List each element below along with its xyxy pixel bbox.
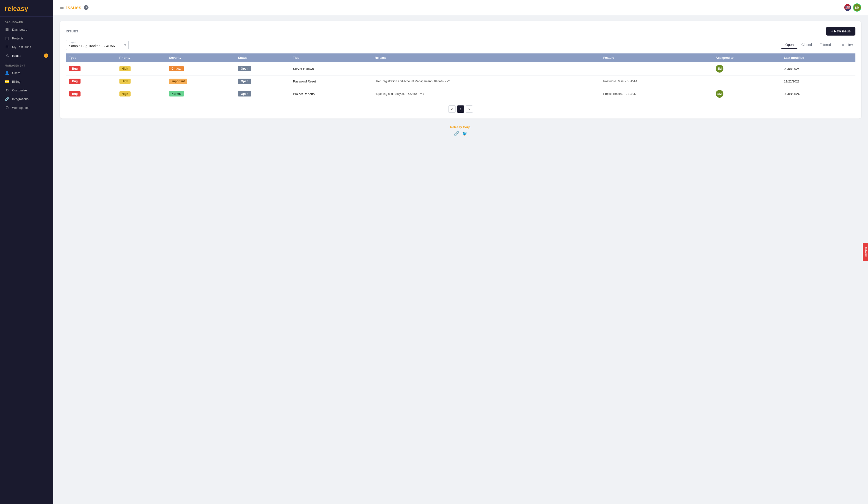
col-status: Status — [235, 53, 290, 62]
tutorial-tab[interactable]: Tutorial — [862, 243, 868, 261]
help-icon[interactable]: ? — [84, 5, 89, 10]
cell-severity: Important — [166, 76, 235, 87]
sidebar-item-label: Billing — [12, 80, 21, 83]
cell-title: Password Reset — [290, 76, 371, 87]
col-assigned-to: Assigned to — [712, 53, 781, 62]
cell-feature: Password Reset - 5B451A — [600, 76, 712, 87]
cell-priority: High — [116, 76, 166, 87]
header-right: 🇺🇸 SM — [844, 3, 861, 12]
cell-severity: Normal — [166, 87, 235, 101]
billing-icon: 💳 — [5, 79, 9, 84]
cell-feature: Project Reports - 9B110D — [600, 87, 712, 101]
footer-icons: 🔗 🐦 — [60, 131, 861, 136]
cell-last-modified: 03/08/2024 — [781, 62, 855, 76]
pagination-page-1[interactable]: 1 — [457, 105, 464, 113]
sidebar-item-label: Integrations — [12, 97, 29, 101]
project-label: Project — [69, 41, 76, 43]
cell-last-modified: 03/08/2024 — [781, 87, 855, 101]
sidebar-item-users[interactable]: 👤 Users — [0, 69, 53, 77]
hamburger-icon[interactable]: ☰ — [60, 5, 64, 10]
pagination-next[interactable]: > — [466, 105, 473, 113]
cell-release: Reporting and Analytics - 522366 - V.1 — [371, 87, 600, 101]
status-badge: Open — [238, 79, 251, 84]
cell-priority: High — [116, 62, 166, 76]
col-severity: Severity — [166, 53, 235, 62]
filter-button[interactable]: ≡ Filter — [840, 42, 855, 48]
issues-panel: ISSUES + New issue Project Sample Bug Tr… — [60, 21, 861, 119]
cell-release — [371, 62, 600, 76]
cell-last-modified: 11/22/2023 — [781, 76, 855, 87]
pagination: < 1 > — [66, 101, 855, 113]
sidebar-item-projects[interactable]: ◫ Projects — [0, 34, 53, 43]
sidebar-item-label: Workspaces — [12, 106, 29, 110]
avatar[interactable]: SM — [853, 3, 861, 12]
sidebar: releasy DASHBOARD ▦ Dashboard ◫ Projects… — [0, 0, 53, 504]
header: ☰ Issues ? 🇺🇸 SM — [53, 0, 868, 15]
sidebar-item-label: Dashboard — [12, 28, 28, 31]
page-title: Issues — [66, 5, 81, 10]
tab-open[interactable]: Open — [782, 41, 797, 49]
logo-text: releasy — [5, 5, 28, 12]
footer-twitter-icon[interactable]: 🐦 — [462, 131, 467, 136]
chevron-down-icon: ▾ — [124, 43, 126, 47]
filter-icon: ≡ — [842, 43, 844, 47]
severity-badge: Normal — [169, 91, 184, 96]
sidebar-item-integrations[interactable]: 🔗 Integrations — [0, 94, 53, 103]
cell-title: Server is down — [290, 62, 371, 76]
sidebar-item-workspaces[interactable]: ⬡ Workspaces — [0, 103, 53, 112]
cell-status: Open — [235, 76, 290, 87]
cell-release: User Registration and Account Management… — [371, 76, 600, 87]
tabs-and-filter: Open Closed Filtered ≡ Filter — [782, 41, 855, 49]
issues-table: Type Priority Severity Status Title Rele… — [66, 53, 855, 101]
sidebar-item-my-test-runs[interactable]: ⊞ My Test Runs — [0, 43, 53, 51]
cell-type: Bug — [66, 76, 116, 87]
integrations-icon: 🔗 — [5, 97, 9, 101]
pagination-prev[interactable]: < — [448, 105, 455, 113]
footer-link-icon[interactable]: 🔗 — [454, 131, 459, 136]
table-head: Type Priority Severity Status Title Rele… — [66, 53, 855, 62]
tab-closed[interactable]: Closed — [797, 41, 816, 49]
sidebar-item-label: Customize — [12, 89, 27, 92]
col-priority: Priority — [116, 53, 166, 62]
flag-icon[interactable]: 🇺🇸 — [844, 4, 851, 11]
table-row[interactable]: Bug High Normal Open Project Reports Rep… — [66, 87, 855, 101]
sidebar-item-customize[interactable]: ⚙ Customize — [0, 86, 53, 94]
table-row[interactable]: Bug High Important Open Password Reset U… — [66, 76, 855, 87]
col-type: Type — [66, 53, 116, 62]
issues-badge: ! — [44, 53, 48, 58]
table-row[interactable]: Bug High Critical Open Server is down SM… — [66, 62, 855, 76]
header-left: ☰ Issues ? — [60, 5, 89, 10]
issues-header: ISSUES + New issue — [66, 27, 855, 35]
cell-assigned: SM — [712, 87, 781, 101]
col-last-modified: Last modified — [781, 53, 855, 62]
type-badge: Bug — [69, 91, 81, 96]
sidebar-item-label: My Test Runs — [12, 45, 31, 49]
footer-brand: Releasy Corp. — [60, 125, 861, 129]
severity-badge: Critical — [169, 66, 184, 71]
sidebar-item-issues[interactable]: ⚠ Issues ! — [0, 51, 53, 60]
priority-badge: High — [120, 66, 131, 71]
sidebar-item-dashboard[interactable]: ▦ Dashboard — [0, 25, 53, 34]
new-issue-button[interactable]: + New issue — [826, 27, 855, 35]
sidebar-item-label: Projects — [12, 37, 23, 40]
projects-icon: ◫ — [5, 36, 9, 40]
sidebar-item-billing[interactable]: 💳 Billing — [0, 77, 53, 86]
issues-icon: ⚠ — [5, 53, 9, 58]
dashboard-icon: ▦ — [5, 27, 9, 32]
table-body: Bug High Critical Open Server is down SM… — [66, 62, 855, 101]
col-title: Title — [290, 53, 371, 62]
sidebar-item-label: Users — [12, 71, 20, 75]
sidebar-item-label: Issues — [12, 54, 21, 58]
priority-badge: High — [120, 79, 131, 84]
project-select[interactable]: Project Sample Bug Tracker - 384DA6 ▾ — [66, 40, 128, 50]
project-value: Sample Bug Tracker - 384DA6 — [69, 42, 120, 48]
tab-filtered[interactable]: Filtered — [816, 41, 835, 49]
avatar-cell: SM — [716, 65, 723, 73]
sidebar-section-dashboard: DASHBOARD — [0, 17, 53, 25]
cell-assigned: SM — [712, 62, 781, 76]
cell-title: Project Reports — [290, 87, 371, 101]
issues-section-title: ISSUES — [66, 30, 78, 33]
cell-status: Open — [235, 62, 290, 76]
sidebar-logo: releasy — [0, 0, 53, 17]
cell-type: Bug — [66, 87, 116, 101]
